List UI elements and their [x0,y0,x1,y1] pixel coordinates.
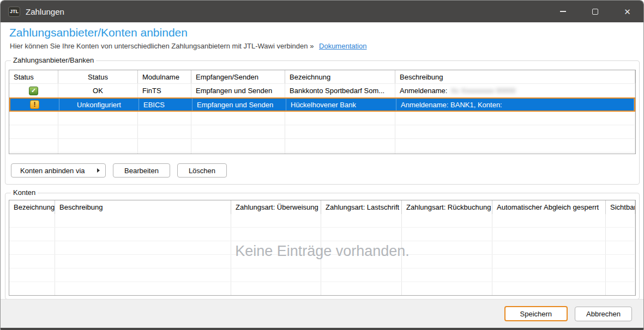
accounts-table[interactable]: Bezeichnung Beschreibung Zahlungsart: Üb… [9,200,636,296]
minimize-icon [560,11,566,12]
empty-table-row [9,282,635,296]
col-zahlungsart-lastschrift[interactable]: Zahlungsart: Lastschrift [321,200,402,214]
cancel-button[interactable]: Abbrechen [575,307,632,321]
close-icon: ✕ [624,8,631,16]
col-status[interactable]: Status [58,70,138,83]
page-subtitle: Hier können Sie Ihre Konten von untersch… [10,42,366,50]
provider-description: Anmeldename: Xx Xxxxxxxxx 00000 [395,84,635,97]
provider-status: OK [58,84,138,97]
empty-table-row [9,268,635,282]
empty-table-row [9,255,635,268]
provider-mode: Empfangen und Senden [191,84,285,97]
delete-button[interactable]: Löschen [177,163,227,178]
edit-button[interactable]: Bearbeiten [113,163,170,178]
main-content: Zahlungsanbieter/Konten anbinden Hier kö… [1,22,643,302]
connect-accounts-label: Konten anbinden via [20,167,85,175]
title-bar[interactable]: JTL Zahlungen ✕ [1,1,643,22]
col-automatischer-abgleich[interactable]: Automatischer Abgleich gesperrt [492,200,606,214]
empty-table-row [9,112,635,125]
accounts-groupbox: Konten Bezeichnung Beschreibung Zahlungs… [5,193,640,300]
status-ok-icon [29,87,38,95]
menu-arrow-icon [97,168,100,173]
empty-table-row [9,214,635,228]
empty-table-row [9,228,635,241]
empty-table-row [9,152,635,154]
col-bezeichnung[interactable]: Bezeichnung [285,70,395,83]
provider-module: FinTS [138,84,191,97]
col-sichtbar[interactable]: Sichtbar [606,200,635,214]
subtitle-text: Hier können Sie Ihre Konten von untersch… [10,42,314,50]
provider-description: Anmeldename: BANK1, Konten: [396,99,634,111]
provider-mode: Empfangen und Senden [192,99,286,111]
maximize-icon [592,9,598,15]
accounts-table-header: Bezeichnung Beschreibung Zahlungsart: Üb… [9,200,635,214]
col-bezeichnung[interactable]: Bezeichnung [9,200,55,214]
providers-group-label: Zahlungsanbieter/Banken [11,56,96,64]
col-empfangen-senden[interactable]: Empfangen/Senden [191,70,285,83]
col-beschreibung[interactable]: Beschreibung [395,70,635,83]
description-label: Anmeldename: [400,87,447,95]
accounts-group-label: Konten [11,188,38,197]
status-warning-icon [30,100,39,109]
provider-module: EBICS [139,99,192,111]
provider-status: Unkonfiguriert [59,99,139,111]
minimize-button[interactable] [547,1,579,22]
provider-row-fints[interactable]: OK FinTS Empfangen und Senden Bankkonto … [9,84,635,97]
col-modulname[interactable]: Modulname [138,70,191,83]
documentation-link[interactable]: Dokumentation [319,42,366,50]
empty-table-row [9,241,635,255]
col-beschreibung[interactable]: Beschreibung [55,200,231,214]
close-button[interactable]: ✕ [611,1,643,22]
save-button[interactable]: Speichern [504,306,568,321]
col-zahlungsart-ueberweisung[interactable]: Zahlungsart: Überweisung [231,200,321,214]
providers-table-header: Status Status Modulname Empfangen/Senden… [9,70,635,84]
empty-table-row [9,139,635,152]
provider-name: Hückelhovener Bank [286,99,396,111]
providers-groupbox: Zahlungsanbieter/Banken Status Status Mo… [5,60,640,185]
col-status-icon[interactable]: Status [9,70,58,83]
provider-name: Bankkonto Sportbedarf Som... [290,84,384,97]
connect-accounts-button[interactable]: Konten anbinden via [11,163,106,178]
maximize-button[interactable] [579,1,611,22]
redacted-login-name: Xx Xxxxxxxxx 00000 [450,87,515,95]
providers-table[interactable]: Status Status Modulname Empfangen/Senden… [9,70,636,154]
window-title: Zahlungen [26,7,64,16]
provider-row-ebics-selected[interactable]: Unkonfiguriert EBICS Empfangen und Sende… [9,97,635,112]
footer-bar: Speichern Abbrechen [1,299,643,328]
jtl-logo-icon: JTL [8,7,20,17]
app-window: JTL Zahlungen ✕ Zahlungsanbieter/Konten … [0,0,644,330]
col-zahlungsart-rueckbuchung[interactable]: Zahlungsart: Rückbuchung [402,200,492,214]
page-title: Zahlungsanbieter/Konten anbinden [9,26,188,39]
empty-table-row [9,125,635,139]
